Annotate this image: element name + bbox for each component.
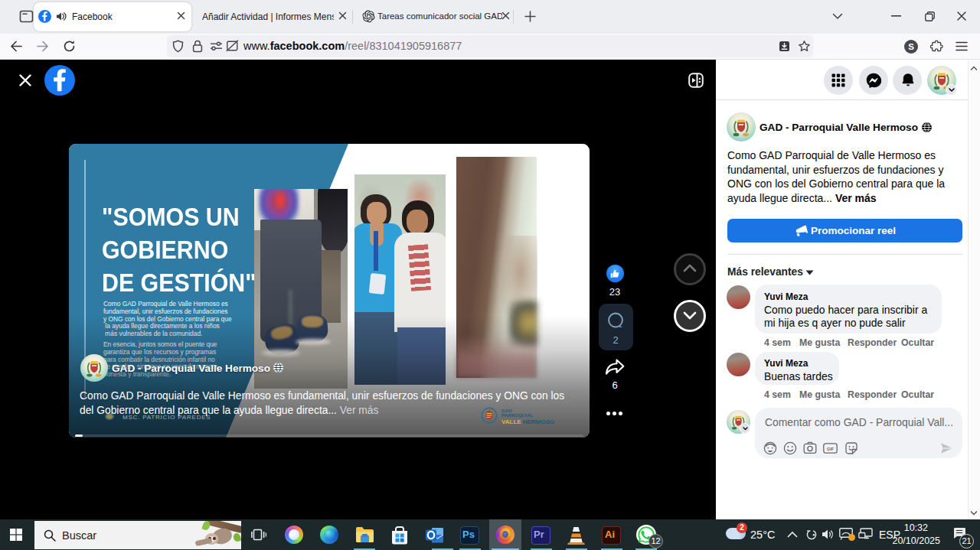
svg-text:GIF: GIF xyxy=(827,447,835,451)
